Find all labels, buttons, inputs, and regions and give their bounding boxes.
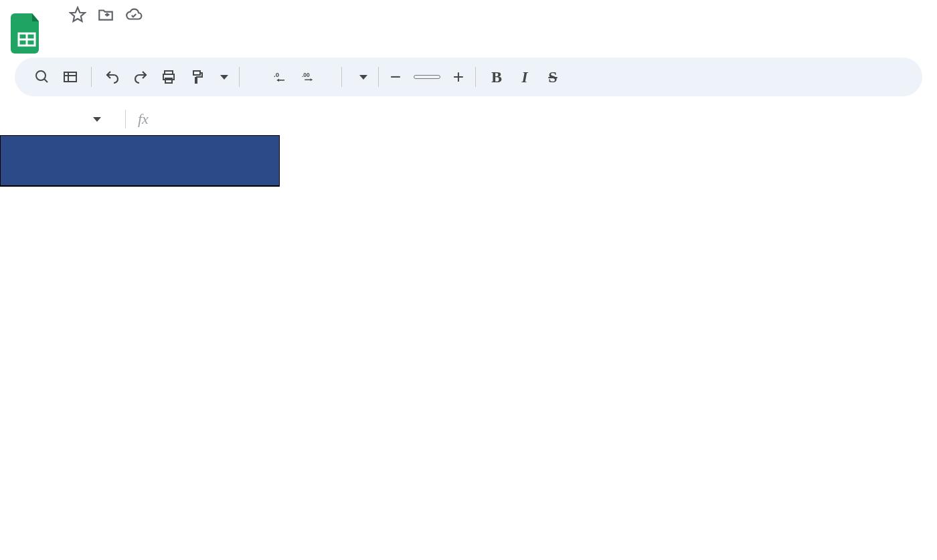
toolbar-separator xyxy=(475,67,476,87)
fx-icon: fx xyxy=(134,110,153,128)
svg-marker-3 xyxy=(70,7,85,21)
toolbar-separator xyxy=(239,67,240,87)
chevron-down-icon xyxy=(220,75,228,80)
form-title xyxy=(0,135,280,186)
svg-text:.00: .00 xyxy=(302,72,310,78)
svg-text:.0: .0 xyxy=(274,71,279,78)
app-logo[interactable] xyxy=(8,9,46,58)
svg-line-5 xyxy=(44,79,48,82)
header-bar xyxy=(0,0,937,58)
formula-bar-row: fx xyxy=(0,103,937,135)
paint-format-icon[interactable] xyxy=(183,63,211,91)
bold-button[interactable]: B xyxy=(483,63,511,91)
strikethrough-button[interactable]: S xyxy=(539,63,567,91)
freeze-icon[interactable] xyxy=(56,63,84,91)
cloud-saved-icon[interactable] xyxy=(124,5,143,24)
increase-font-size-button[interactable]: + xyxy=(448,66,468,88)
print-icon[interactable] xyxy=(155,63,183,91)
redo-icon[interactable] xyxy=(126,63,155,91)
chevron-down-icon xyxy=(93,117,101,122)
font-size-input[interactable] xyxy=(414,75,440,79)
order-form xyxy=(0,135,280,187)
font-size-group: − + xyxy=(386,66,468,88)
decrease-decimal-icon[interactable]: .0 xyxy=(268,63,296,91)
italic-button[interactable]: I xyxy=(511,63,539,91)
separator xyxy=(125,110,126,128)
toolbar: .0 .00 − + B I S xyxy=(15,58,922,96)
undo-icon[interactable] xyxy=(98,63,126,91)
toolbar-separator xyxy=(378,67,379,87)
zoom-dropdown[interactable] xyxy=(211,75,232,80)
increase-decimal-icon[interactable]: .00 xyxy=(296,63,324,91)
search-icon[interactable] xyxy=(28,63,56,91)
chevron-down-icon xyxy=(359,75,367,80)
svg-rect-6 xyxy=(64,72,76,82)
menubar xyxy=(59,24,929,40)
toolbar-separator xyxy=(91,67,92,87)
toolbar-separator xyxy=(341,67,342,87)
star-icon[interactable] xyxy=(68,5,87,24)
formula-input[interactable] xyxy=(153,107,937,131)
name-box[interactable] xyxy=(0,117,117,122)
move-to-folder-icon[interactable] xyxy=(96,5,115,24)
font-family-dropdown[interactable] xyxy=(349,75,371,80)
svg-point-4 xyxy=(36,71,46,80)
decrease-font-size-button[interactable]: − xyxy=(386,66,406,88)
